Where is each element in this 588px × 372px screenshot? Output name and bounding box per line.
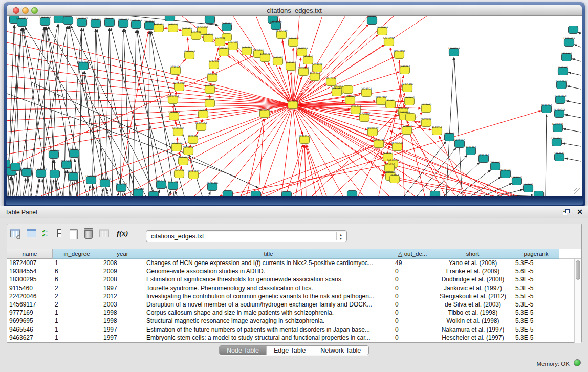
graph-edge[interactable] xyxy=(281,105,293,196)
graph-node[interactable] xyxy=(345,97,355,104)
graph-edge[interactable] xyxy=(578,32,581,34)
table-row[interactable]: 1830029562008Estimation of significance … xyxy=(7,275,574,283)
graph-edge[interactable] xyxy=(92,29,96,196)
graph-node[interactable] xyxy=(501,170,511,178)
graph-edge[interactable] xyxy=(72,182,73,196)
graph-node[interactable] xyxy=(430,191,440,196)
graph-edge[interactable] xyxy=(565,158,581,161)
graph-edge[interactable] xyxy=(93,186,95,196)
graph-node[interactable] xyxy=(209,61,219,69)
graph-node[interactable] xyxy=(197,123,206,131)
graph-node[interactable] xyxy=(332,89,342,96)
graph-edge[interactable] xyxy=(42,179,46,196)
graph-edge[interactable] xyxy=(97,29,136,196)
graph-node[interactable] xyxy=(36,170,46,178)
graph-node[interactable] xyxy=(374,140,384,148)
window-titlebar[interactable]: citations_edges.txt xyxy=(7,5,582,16)
graph-edge[interactable] xyxy=(258,119,264,196)
graph-node[interactable] xyxy=(175,83,184,91)
graph-node[interactable] xyxy=(260,110,270,118)
graph-node[interactable] xyxy=(100,180,110,187)
graph-node[interactable] xyxy=(223,191,233,196)
graph-node[interactable] xyxy=(343,86,353,94)
graph-node[interactable] xyxy=(189,171,199,179)
graph-node[interactable] xyxy=(219,49,229,56)
graph-node[interactable] xyxy=(91,20,101,28)
graph-node[interactable] xyxy=(384,38,394,46)
graph-node[interactable] xyxy=(378,28,387,35)
graph-edge[interactable] xyxy=(454,58,462,196)
graph-edge[interactable] xyxy=(23,178,26,196)
graph-node[interactable] xyxy=(50,170,60,178)
graph-edge[interactable] xyxy=(566,101,581,104)
graph-node[interactable] xyxy=(432,127,442,135)
graph-node[interactable] xyxy=(289,39,298,47)
graph-edge[interactable] xyxy=(574,45,581,47)
graph-node[interactable] xyxy=(132,21,141,29)
graph-node[interactable] xyxy=(149,192,159,196)
graph-node[interactable] xyxy=(222,24,232,31)
graph-edge[interactable] xyxy=(293,16,299,105)
graph-edge[interactable] xyxy=(565,115,581,118)
graph-node[interactable] xyxy=(69,173,78,181)
graph-edge[interactable] xyxy=(569,72,581,75)
graph-node[interactable] xyxy=(22,169,32,177)
graph-node[interactable] xyxy=(512,178,522,185)
graph-node[interactable] xyxy=(347,191,357,196)
graph-node[interactable] xyxy=(313,64,322,72)
graph-edge[interactable] xyxy=(307,145,326,196)
graph-edge[interactable] xyxy=(511,195,533,196)
graph-node[interactable] xyxy=(260,54,270,62)
graph-node[interactable] xyxy=(204,35,213,42)
graph-node[interactable] xyxy=(422,119,431,127)
column-header-out_de[interactable]: △ out_de... xyxy=(393,249,432,259)
function-builder-icon[interactable]: f(x) xyxy=(117,229,129,242)
graph-node[interactable] xyxy=(395,51,404,59)
graph-node[interactable] xyxy=(271,22,281,30)
graph-node[interactable] xyxy=(405,98,415,105)
graph-edge[interactable] xyxy=(175,191,177,196)
column-header-name[interactable]: name xyxy=(7,249,53,259)
graph-edge[interactable] xyxy=(120,29,123,196)
graph-node[interactable] xyxy=(564,39,574,47)
graph-edge[interactable] xyxy=(572,59,581,61)
graph-node[interactable] xyxy=(7,160,10,168)
graph-edge[interactable] xyxy=(304,145,306,196)
graph-node[interactable] xyxy=(169,113,179,120)
network-canvas[interactable]: 1405572420891406106532871527602646616110… xyxy=(7,16,582,196)
graph-node[interactable] xyxy=(367,17,377,25)
graph-node[interactable] xyxy=(390,176,400,183)
column-header-title[interactable]: title xyxy=(144,249,393,259)
graph-node[interactable] xyxy=(368,128,378,136)
graph-edge[interactable] xyxy=(7,53,293,105)
graph-node[interactable] xyxy=(154,25,164,32)
table-row[interactable]: 969969511998Structural magnetic resonanc… xyxy=(7,317,574,325)
graph-node[interactable] xyxy=(466,147,476,155)
graph-edge[interactable] xyxy=(209,192,210,196)
graph-node[interactable] xyxy=(105,19,115,27)
table-row[interactable]: 1938455462009Genome-wide association stu… xyxy=(7,267,574,275)
graph-node[interactable] xyxy=(555,110,564,118)
graph-edge[interactable] xyxy=(7,98,293,105)
row-options-icon[interactable] xyxy=(57,229,70,242)
new-table-icon[interactable] xyxy=(70,229,82,242)
graph-node[interactable] xyxy=(445,134,454,141)
table-scrollbar[interactable] xyxy=(574,259,581,343)
graph-node[interactable] xyxy=(134,189,143,196)
graph-node[interactable] xyxy=(175,170,184,178)
network-graph[interactable]: 1405572420891406106532871527602646616110… xyxy=(7,16,582,196)
graph-node[interactable] xyxy=(403,84,412,92)
table-row[interactable]: 2242004622012Investigating the contribut… xyxy=(7,292,574,300)
graph-node[interactable] xyxy=(277,31,287,39)
graph-node[interactable] xyxy=(422,105,431,113)
graph-node[interactable] xyxy=(282,192,292,196)
graph-edge[interactable] xyxy=(220,165,387,196)
graph-node[interactable] xyxy=(199,111,208,118)
graph-node[interactable] xyxy=(310,73,320,81)
graph-node[interactable] xyxy=(173,128,183,136)
graph-node[interactable] xyxy=(534,191,544,196)
graph-node[interactable] xyxy=(569,26,578,34)
table-row[interactable]: 946362711997Embryonic stem cells: a mode… xyxy=(7,334,574,342)
graph-node[interactable] xyxy=(552,139,562,146)
graph-node[interactable] xyxy=(49,151,59,159)
